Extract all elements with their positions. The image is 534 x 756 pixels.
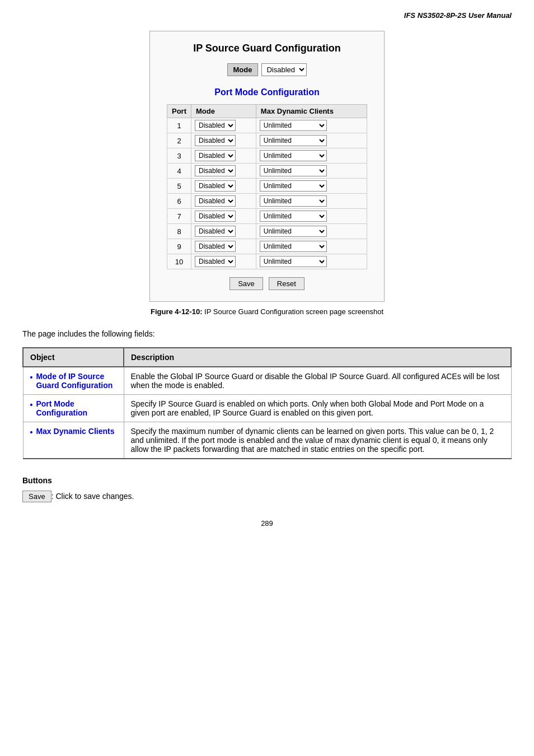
table-row: 5DisabledEnabledUnlimited012: [167, 179, 367, 194]
port-config-table: Port Mode Max Dynamic Clients 1DisabledE…: [167, 104, 367, 269]
figure-caption-text: IP Source Guard Configuration screen pag…: [202, 307, 383, 316]
port-number: 8: [167, 224, 191, 239]
field-row: •Max Dynamic ClientsSpecify the maximum …: [23, 422, 511, 459]
port-mode-cell: DisabledEnabled: [191, 209, 256, 224]
buttons-section: Buttons Save: Click to save changes.: [22, 476, 512, 502]
col-mode: Mode: [191, 105, 256, 118]
page-header: IFS NS3502-8P-2S User Manual: [22, 11, 512, 20]
buttons-title: Buttons: [22, 476, 512, 485]
port-mode-cell: DisabledEnabled: [191, 254, 256, 269]
table-row: 7DisabledEnabledUnlimited012: [167, 209, 367, 224]
port-mode-select[interactable]: DisabledEnabled: [195, 211, 236, 222]
screenshot-button-row: Save Reset: [167, 277, 367, 290]
save-description-row: Save: Click to save changes.: [22, 491, 512, 502]
max-dynamic-select[interactable]: Unlimited012: [260, 195, 327, 207]
field-description: Enable the Global IP Source Guard or dis…: [124, 367, 511, 395]
port-number: 7: [167, 209, 191, 224]
object-label: Mode of IP Source Guard Configuration: [36, 372, 116, 390]
table-row: 4DisabledEnabledUnlimited012: [167, 164, 367, 179]
table-row: 9DisabledEnabledUnlimited012: [167, 239, 367, 254]
max-dynamic-select[interactable]: Unlimited012: [260, 256, 327, 267]
port-mode-select[interactable]: DisabledEnabled: [195, 241, 236, 252]
object-label: Port Mode Configuration: [36, 399, 116, 417]
max-dynamic-cell: Unlimited012: [256, 194, 367, 209]
port-number: 9: [167, 239, 191, 254]
field-object: •Max Dynamic Clients: [23, 422, 124, 459]
screenshot-title: IP Source Guard Configuration: [167, 43, 367, 54]
figure-caption-bold: Figure 4-12-10:: [151, 307, 202, 316]
mode-select[interactable]: Disabled Enabled: [261, 63, 307, 76]
bullet-dot: •: [30, 428, 33, 437]
port-mode-cell: DisabledEnabled: [191, 148, 256, 164]
port-number: 10: [167, 254, 191, 269]
page-description: The page includes the following fields:: [22, 329, 512, 338]
figure-caption: Figure 4-12-10: IP Source Guard Configur…: [22, 307, 512, 316]
save-desc: : Click to save changes.: [51, 492, 134, 501]
reset-button[interactable]: Reset: [269, 277, 305, 290]
port-number: 4: [167, 164, 191, 179]
section-title: Port Mode Configuration: [167, 87, 367, 97]
port-number: 2: [167, 133, 191, 148]
max-dynamic-cell: Unlimited012: [256, 148, 367, 164]
port-number: 5: [167, 179, 191, 194]
page-number: 289: [22, 519, 512, 528]
port-mode-cell: DisabledEnabled: [191, 194, 256, 209]
max-dynamic-cell: Unlimited012: [256, 133, 367, 148]
max-dynamic-cell: Unlimited012: [256, 224, 367, 239]
bullet-dot: •: [30, 373, 33, 382]
max-dynamic-cell: Unlimited012: [256, 179, 367, 194]
inline-save-button[interactable]: Save: [22, 491, 51, 502]
port-mode-cell: DisabledEnabled: [191, 224, 256, 239]
port-mode-cell: DisabledEnabled: [191, 179, 256, 194]
max-dynamic-cell: Unlimited012: [256, 254, 367, 269]
object-label: Max Dynamic Clients: [36, 427, 114, 436]
port-mode-cell: DisabledEnabled: [191, 239, 256, 254]
port-mode-select[interactable]: DisabledEnabled: [195, 195, 236, 207]
max-dynamic-select[interactable]: Unlimited012: [260, 241, 327, 252]
table-row: 10DisabledEnabledUnlimited012: [167, 254, 367, 269]
port-number: 6: [167, 194, 191, 209]
field-col-description: Description: [124, 348, 511, 367]
max-dynamic-select[interactable]: Unlimited012: [260, 180, 327, 192]
header-title: IFS NS3502-8P-2S User Manual: [404, 11, 512, 20]
fields-table: Object Description •Mode of IP Source Gu…: [22, 347, 512, 459]
max-dynamic-select[interactable]: Unlimited012: [260, 120, 327, 131]
max-dynamic-select[interactable]: Unlimited012: [260, 150, 327, 161]
port-mode-select[interactable]: DisabledEnabled: [195, 135, 236, 146]
field-row: •Port Mode ConfigurationSpecify IP Sourc…: [23, 395, 511, 422]
field-object: •Mode of IP Source Guard Configuration: [23, 367, 124, 395]
max-dynamic-cell: Unlimited012: [256, 164, 367, 179]
max-dynamic-select[interactable]: Unlimited012: [260, 135, 327, 146]
mode-row: Mode Disabled Enabled: [167, 63, 367, 76]
port-mode-select[interactable]: DisabledEnabled: [195, 180, 236, 192]
table-row: 2DisabledEnabledUnlimited012: [167, 133, 367, 148]
max-dynamic-select[interactable]: Unlimited012: [260, 165, 327, 176]
port-mode-select[interactable]: DisabledEnabled: [195, 165, 236, 176]
col-max-dynamic: Max Dynamic Clients: [256, 105, 367, 118]
save-button[interactable]: Save: [229, 277, 263, 290]
port-number: 1: [167, 118, 191, 133]
port-mode-cell: DisabledEnabled: [191, 133, 256, 148]
port-number: 3: [167, 148, 191, 164]
port-mode-select[interactable]: DisabledEnabled: [195, 226, 236, 237]
port-mode-cell: DisabledEnabled: [191, 164, 256, 179]
table-row: 6DisabledEnabledUnlimited012: [167, 194, 367, 209]
field-row: •Mode of IP Source Guard ConfigurationEn…: [23, 367, 511, 395]
table-row: 3DisabledEnabledUnlimited012: [167, 148, 367, 164]
max-dynamic-cell: Unlimited012: [256, 209, 367, 224]
table-row: 8DisabledEnabledUnlimited012: [167, 224, 367, 239]
mode-label-button: Mode: [227, 63, 259, 76]
bullet-dot: •: [30, 400, 33, 409]
port-mode-select[interactable]: DisabledEnabled: [195, 256, 236, 267]
max-dynamic-cell: Unlimited012: [256, 239, 367, 254]
port-mode-select[interactable]: DisabledEnabled: [195, 150, 236, 161]
field-object: •Port Mode Configuration: [23, 395, 124, 422]
field-description: Specify IP Source Guard is enabled on wh…: [124, 395, 511, 422]
port-mode-cell: DisabledEnabled: [191, 118, 256, 133]
col-port: Port: [167, 105, 191, 118]
table-row: 1DisabledEnabledUnlimited012: [167, 118, 367, 133]
max-dynamic-select[interactable]: Unlimited012: [260, 211, 327, 222]
field-col-object: Object: [23, 348, 124, 367]
port-mode-select[interactable]: DisabledEnabled: [195, 120, 236, 131]
max-dynamic-select[interactable]: Unlimited012: [260, 226, 327, 237]
